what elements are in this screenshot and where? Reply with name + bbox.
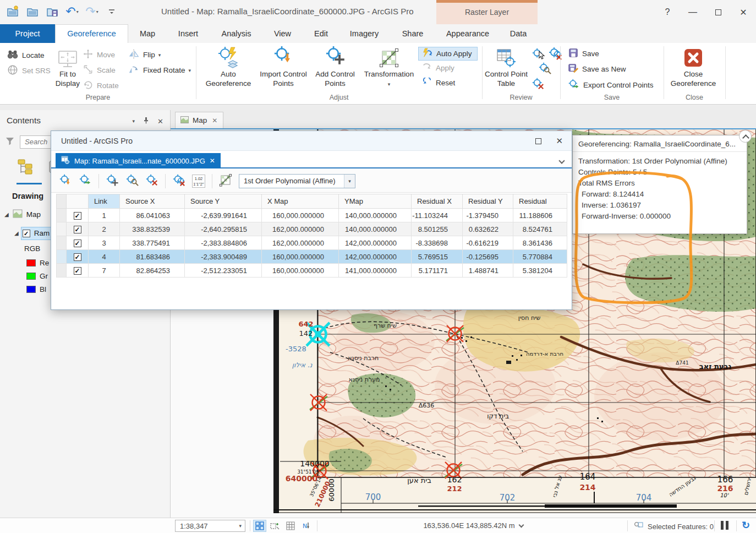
customize-qat-icon[interactable] (105, 4, 119, 19)
table-row[interactable]: ✓481.683486-2,383.900489160,000.00000014… (57, 250, 567, 264)
column-header-x-map[interactable]: X Map (262, 194, 339, 209)
help-button[interactable]: ? (655, 0, 680, 24)
row-handle[interactable] (57, 264, 67, 278)
control-point-table-tab[interactable]: Map: Ramalla_Israeli...nate_600000.JPG ✕ (56, 153, 221, 168)
close-window-icon[interactable]: ✕ (556, 136, 563, 146)
row-checkbox[interactable]: ✓ (74, 253, 81, 261)
move-button[interactable]: Move (83, 48, 115, 61)
transformation-grid-icon[interactable] (219, 173, 232, 189)
close-button[interactable]: ✕ (731, 0, 756, 24)
maximize-button[interactable] (705, 0, 731, 24)
expander-icon[interactable]: ◢ (14, 230, 19, 236)
close-tab-icon[interactable]: ✕ (212, 117, 217, 124)
snapping-toggle[interactable] (269, 520, 282, 532)
set-srs-button[interactable]: Set SRS (7, 64, 51, 78)
reset-button[interactable]: Reset (421, 78, 455, 88)
tree-item-map[interactable]: ◢ Map (4, 209, 41, 220)
save-as-new-button[interactable]: Save as New (568, 63, 626, 75)
import-points-icon[interactable] (59, 173, 72, 189)
flip-dropdown-caret[interactable]: ▾ (158, 52, 161, 58)
row-checkbox[interactable]: ✓ (74, 212, 81, 220)
grid-toggle[interactable] (284, 520, 297, 532)
column-header-residual-y[interactable]: Residual Y (463, 194, 513, 209)
column-header-residual-x[interactable]: Residual X (412, 194, 463, 209)
column-header-residual[interactable]: Residual (513, 194, 567, 209)
filter-icon[interactable] (6, 137, 14, 148)
zoom-to-point-icon[interactable] (125, 173, 139, 189)
fixed-rotate-dropdown-caret[interactable]: ▾ (189, 68, 191, 73)
delete-all-points-icon[interactable] (172, 173, 185, 189)
add-point-icon[interactable] (106, 173, 119, 189)
close-table-tab-icon[interactable]: ✕ (210, 157, 215, 165)
drawing-order-tab-icon[interactable] (17, 159, 35, 178)
control-point-marker[interactable] (446, 325, 464, 342)
tree-item-raster-layer[interactable]: ◢ ✓ Ram (14, 229, 50, 237)
delete-point-icon[interactable] (145, 173, 158, 189)
column-header-link[interactable]: Link (89, 194, 120, 209)
close-georeference-button[interactable]: Close Georeference (667, 47, 720, 89)
decimal-format-toggle[interactable]: 1.021'1"2" (192, 175, 205, 188)
row-checkbox[interactable]: ✓ (74, 240, 81, 247)
row-checkbox[interactable]: ✓ (74, 226, 81, 233)
tab-georeference[interactable]: Georeference (55, 24, 128, 43)
save-project-icon[interactable] (45, 4, 59, 19)
minimize-button[interactable]: — (680, 0, 705, 24)
row-handle[interactable] (57, 250, 67, 264)
control-point-table-button[interactable]: Control Point Table (484, 47, 528, 89)
tab-data[interactable]: Data (498, 24, 538, 43)
table-row[interactable]: ✓186.041063-2,639.991641160,000.00000014… (57, 209, 567, 222)
coordinate-dropdown-caret[interactable] (518, 523, 524, 528)
scroll-up-button[interactable] (739, 130, 752, 143)
tab-view[interactable]: View (263, 24, 302, 43)
control-point-marker[interactable] (310, 394, 327, 411)
zoom-to-point-button[interactable] (538, 62, 551, 77)
tab-edit[interactable]: Edit (302, 24, 340, 43)
column-header-source-y[interactable]: Source Y (185, 194, 262, 209)
tab-insert[interactable]: Insert (167, 24, 210, 43)
row-checkbox[interactable]: ✓ (74, 267, 81, 275)
table-row[interactable]: ✓2338.832539-2,640.295815162,000.0000001… (57, 222, 567, 236)
row-handle[interactable] (57, 222, 67, 236)
row-handle[interactable] (57, 236, 67, 250)
pause-drawing-button[interactable] (721, 521, 728, 530)
scale-button[interactable]: Scale (83, 64, 116, 77)
floating-window-titlebar[interactable]: Untitled - ArcGIS Pro ✕ (51, 131, 572, 151)
open-project-icon[interactable] (25, 4, 40, 19)
scale-dropdown-caret[interactable]: ▾ (239, 523, 245, 529)
tab-imagery[interactable]: Imagery (340, 24, 388, 43)
map-view-tab[interactable]: Map ✕ (175, 112, 223, 128)
tab-project[interactable]: Project (0, 24, 55, 43)
auto-georeference-button[interactable]: Auto Georeference (202, 47, 254, 89)
rotate-button[interactable]: Rotate (83, 79, 119, 92)
export-points-icon[interactable] (79, 173, 92, 189)
locate-button[interactable]: Locate (7, 48, 45, 62)
map-scale-dropdown[interactable]: 1:38,347 ▾ (175, 520, 245, 532)
north-arrow-toggle[interactable]: N (299, 520, 313, 532)
add-control-points-button[interactable]: Add Control Points (309, 47, 361, 89)
table-row[interactable]: ✓782.864253-2,512.233051160,000.00000014… (57, 264, 567, 278)
tab-analysis[interactable]: Analysis (210, 24, 263, 43)
layer-checkbox[interactable]: ✓ (23, 230, 30, 237)
fit-to-display-button[interactable]: Fit to Display (48, 47, 87, 89)
transformation-dropdown[interactable]: 1st Order Polynomial (Affine) ▾ (239, 174, 355, 188)
tab-appearance[interactable]: Appearance (437, 24, 498, 43)
transformation-dropdown-caret[interactable]: ▾ (388, 81, 391, 87)
close-pane-icon[interactable]: ✕ (157, 117, 163, 126)
refresh-icon[interactable]: ↻ (742, 519, 750, 531)
save-button[interactable]: Save (568, 47, 599, 60)
table-row[interactable]: ✓3338.775491-2,383.884806162,000.0000001… (57, 236, 567, 250)
auto-apply-button[interactable]: Auto Apply (418, 47, 478, 61)
undo-button[interactable]: ↶▾ (65, 4, 79, 19)
redo-button[interactable]: ↷▾ (85, 4, 99, 19)
transformation-button[interactable]: Transformation ▾ (362, 47, 416, 89)
column-header-y-map[interactable]: YMap (339, 194, 412, 209)
pin-icon[interactable] (143, 117, 150, 126)
expander-icon[interactable]: ◢ (4, 211, 9, 217)
tab-share[interactable]: Share (388, 24, 437, 43)
tab-map[interactable]: Map (128, 24, 167, 43)
apply-button[interactable]: Apply (421, 63, 454, 73)
new-project-icon[interactable] (6, 4, 20, 19)
tab-list-chevron[interactable] (558, 157, 565, 164)
dropdown-arrow[interactable]: ▾ (344, 175, 355, 188)
import-control-points-button[interactable]: Import Control Points (258, 47, 309, 89)
